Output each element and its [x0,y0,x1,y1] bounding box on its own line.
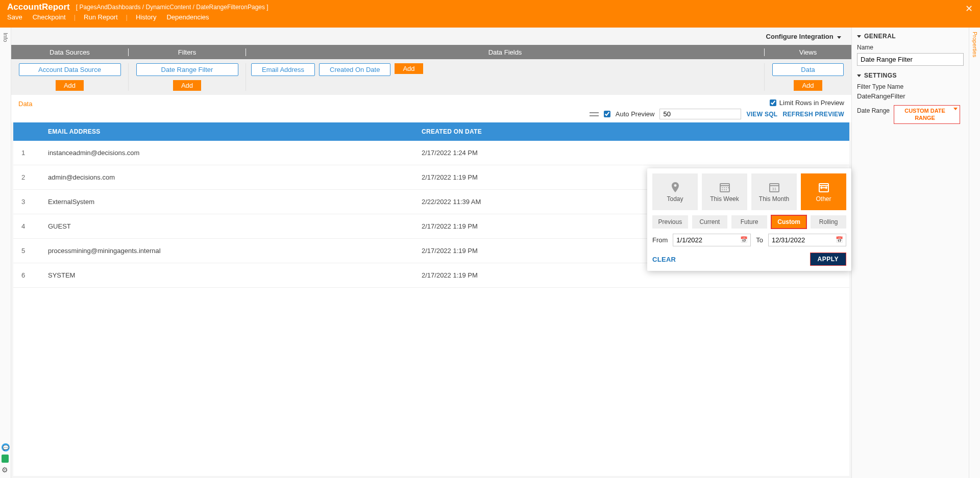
cell-date: 2/17/2022 1:24 PM [416,149,849,157]
menu-run-report[interactable]: Run Report [84,13,117,21]
refresh-preview-button[interactable]: REFRESH PREVIEW [782,111,844,118]
preview-bar: Data Limit Rows in Preview Auto Preview … [11,95,851,122]
svg-point-4 [726,187,727,188]
menu-checkpoint[interactable]: Checkpoint [33,13,66,21]
cell-date: 2/17/2022 1:19 PM [416,271,849,279]
section-header-data-sources: Data Sources [11,48,129,56]
auto-preview-label: Auto Preview [616,110,655,118]
date-range-dropdown[interactable]: CUSTOM DATE RANGE [894,105,960,124]
seg-current[interactable]: Current [692,215,728,229]
row-number: 3 [13,198,39,206]
row-number: 1 [13,149,39,157]
svg-point-2 [722,187,723,188]
header: AccountReport [ PagesAndDashboards / Dyn… [0,0,980,28]
apply-button[interactable]: APPLY [810,253,846,266]
properties-panel: GENERAL Name SETTINGS Filter Type Name D… [851,28,969,478]
limit-rows-checkbox[interactable] [770,99,776,106]
tile-today-label: Today [667,195,683,203]
rows-input[interactable] [659,109,741,119]
tile-this-month[interactable]: 31 This Month [751,173,797,210]
section-header-filters: Filters [129,48,246,56]
settings-label: SETTINGS [864,72,897,79]
tile-week-label: This Week [710,195,739,203]
menu-save[interactable]: Save [7,13,22,21]
range-arrows-icon [817,181,831,193]
row-number: 5 [13,247,39,255]
configure-integration-link[interactable]: Configure Integration [766,33,841,40]
settings-section-header[interactable]: SETTINGS [857,72,964,79]
menu-separator: | [126,13,128,21]
view-sql-button[interactable]: VIEW SQL [746,111,777,118]
th-created[interactable]: CREATED ON DATE [416,128,849,135]
section-headers: Data Sources Filters Data Fields Views [11,45,851,59]
info-tab-label: Info [3,33,9,42]
name-input[interactable] [857,53,964,66]
cell-email: processmining@miningagents.internal [39,247,416,255]
calendar-31-icon: 31 [767,181,781,193]
date-range-value: CUSTOM DATE RANGE [904,108,945,121]
calendar-icon[interactable]: 📅 [740,236,748,243]
cell-email: SYSTEM [39,271,416,279]
doc-icon[interactable] [2,455,9,463]
cell-email: ExternalSystem [39,198,416,206]
close-icon[interactable]: ✕ [965,3,973,14]
add-view-button[interactable]: Add [794,80,822,91]
menu-history[interactable]: History [136,13,156,21]
tile-today[interactable]: Today [652,173,698,210]
date-range-label: Date Range [857,107,890,114]
chip-account-data-source[interactable]: Account Data Source [19,63,121,76]
seg-future[interactable]: Future [731,215,767,229]
svg-point-3 [724,187,725,188]
chip-email-address[interactable]: Email Address [251,63,315,76]
svg-point-6 [722,189,723,190]
settings-slider-icon[interactable] [590,111,599,118]
add-data-source-button[interactable]: Add [56,80,84,91]
clear-button[interactable]: CLEAR [652,256,676,263]
add-filter-button[interactable]: Add [173,80,201,91]
to-date-input[interactable] [768,234,846,246]
data-view-label[interactable]: Data [18,100,32,108]
table-row[interactable]: 1instanceadmin@decisions.com2/17/2022 1:… [13,141,849,165]
auto-preview-checkbox[interactable] [604,111,610,117]
chevron-down-icon [857,35,861,38]
from-date-input[interactable] [673,234,751,246]
seg-previous[interactable]: Previous [652,215,688,229]
properties-tab[interactable]: Properties [969,28,980,478]
cell-email: GUEST [39,222,416,230]
info-tab[interactable]: Info [0,28,11,478]
tile-other[interactable]: Other [801,173,846,210]
svg-text:31: 31 [772,187,776,191]
add-field-button[interactable]: Add [395,63,423,74]
bottom-left-icons: 💬 ⚙ [2,443,10,474]
chip-data-view[interactable]: Data [772,63,844,76]
chip-created-on-date[interactable]: Created On Date [319,63,390,76]
cell-email: admin@decisions.com [39,173,416,181]
calendar-icon[interactable]: 📅 [836,236,843,243]
th-email[interactable]: EMAIL ADDRESS [39,128,416,135]
section-content: Account Data Source Add Date Range Filte… [11,59,851,95]
table-header: EMAIL ADDRESS CREATED ON DATE [13,122,849,141]
seg-rolling[interactable]: Rolling [811,215,846,229]
chevron-down-icon [953,108,958,110]
gear-icon[interactable]: ⚙ [2,466,10,474]
config-bar: Configure Integration [11,28,851,45]
svg-point-7 [724,189,725,190]
menu-separator: | [74,13,76,21]
tile-this-week[interactable]: This Week [702,173,747,210]
tile-other-label: Other [816,195,831,203]
seg-custom[interactable]: Custom [771,215,807,229]
general-label: GENERAL [864,33,896,40]
chevron-down-icon [857,74,861,77]
chat-icon[interactable]: 💬 [2,443,10,451]
properties-tab-label: Properties [972,32,978,57]
filter-type-label: Filter Type Name [857,83,964,90]
section-header-views: Views [765,48,851,56]
chip-date-range-filter[interactable]: Date Range Filter [136,63,238,76]
menu-dependencies[interactable]: Dependencies [166,13,209,21]
header-menu: Save Checkpoint | Run Report | History D… [0,12,980,24]
chevron-down-icon [837,36,841,39]
row-number: 6 [13,271,39,279]
pin-icon [668,181,682,193]
svg-point-8 [726,189,727,190]
general-section-header[interactable]: GENERAL [857,33,964,40]
